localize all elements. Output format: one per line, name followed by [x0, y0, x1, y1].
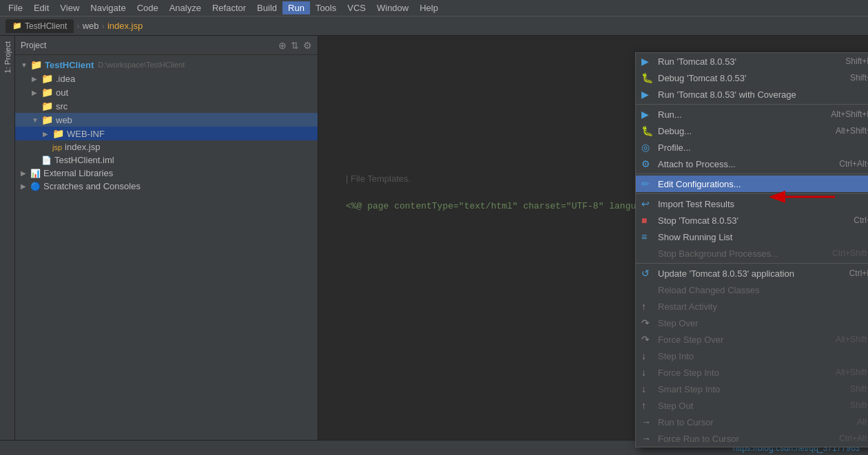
menu-run-tomcat-shortcut: Shift+F10	[845, 56, 868, 66]
menu-step-into: ↓ Step Into F7	[636, 348, 868, 364]
tree-item-web[interactable]: ▼ 📁 web	[15, 113, 318, 127]
tree-item-out[interactable]: ▶ 📁 out	[15, 85, 318, 99]
menu-run-coverage[interactable]: ▶ Run 'Tomcat 8.0.53' with Coverage	[636, 86, 868, 103]
tree-label-web: web	[56, 115, 72, 125]
arrow-iml: ▶	[32, 156, 41, 164]
menu-update-shortcut: Ctrl+F10	[849, 268, 868, 278]
menu-step-out-label: Step Out	[658, 401, 834, 411]
menu-run[interactable]: ▶ Run... Alt+Shift+F10	[636, 106, 868, 123]
menu-force-step-over-shortcut: Alt+Shift+F8	[836, 335, 868, 344]
tree-item-webinf[interactable]: ▶ 📁 WEB-INF	[15, 127, 318, 140]
menu-window[interactable]: Window	[371, 1, 414, 14]
tree-label-extlibs: External Libraries	[43, 168, 113, 178]
breadcrumb-sep2: ›	[102, 21, 105, 31]
menu-run[interactable]: Run	[282, 1, 310, 14]
file-icon-jsp: jsp	[52, 143, 62, 151]
menu-profile-label: Profile...	[658, 142, 865, 153]
menu-reload-label: Reload Changed Classes	[658, 285, 865, 295]
update-icon: ↺	[641, 268, 655, 279]
file-icon-iml: 📄	[41, 156, 52, 165]
menu-refactor[interactable]: Refactor	[207, 1, 251, 14]
menu-edit-configs[interactable]: ✏ Edit Configurations...	[636, 176, 868, 192]
menu-show-running[interactable]: ≡ Show Running List	[636, 229, 868, 245]
folder-icon-web: 📁	[41, 114, 53, 125]
menu-step-out: ↑ Step Out Shift+F8	[636, 397, 868, 414]
menu-stop-tomcat[interactable]: ■ Stop 'Tomcat 8.0.53' Ctrl+F2	[636, 212, 868, 229]
menu-attach[interactable]: ⚙ Attach to Process... Ctrl+Alt+F5	[636, 156, 868, 172]
menu-tools[interactable]: Tools	[310, 1, 342, 14]
sidebar-add-icon[interactable]: ⊕	[278, 40, 287, 51]
force-step-into-icon: ↓	[641, 367, 655, 378]
tab-project-label: TestHClient	[25, 21, 67, 31]
menu-force-step-over-label: Force Step Over	[658, 335, 819, 345]
menu-update-tomcat[interactable]: ↺ Update 'Tomcat 8.0.53' application Ctr…	[636, 265, 868, 282]
sidebar-toolbar: ⊕ ⇅ ⚙	[278, 40, 312, 51]
menu-restart-label: Restart Activity	[658, 301, 865, 312]
menu-force-step-into-shortcut: Alt+Shift+F7	[836, 368, 868, 377]
tree-item-src[interactable]: ▶ 📁 src	[15, 99, 318, 113]
sidebar-settings-icon[interactable]: ⚙	[303, 40, 312, 51]
tab-project[interactable]: 📁 TestHClient	[6, 19, 74, 33]
step-out-icon: ↑	[641, 400, 655, 411]
menu-attach-label: Attach to Process...	[658, 159, 823, 169]
menu-debug-label: Debug...	[658, 126, 819, 136]
tree-item-indexjsp[interactable]: ▶ jsp index.jsp	[15, 140, 318, 154]
menu-force-run-to-cursor: → Force Run to Cursor Ctrl+Alt+F9	[636, 430, 868, 447]
menu-debug-tomcat[interactable]: 🐛 Debug 'Tomcat 8.0.53' Shift+F9	[636, 70, 868, 86]
menu-smart-step-into-shortcut: Shift+F7	[850, 384, 868, 394]
menu-edit[interactable]: Edit	[28, 1, 54, 14]
breadcrumb-file[interactable]: index.jsp	[107, 21, 143, 31]
menu-step-over-label: Step Over	[658, 318, 855, 328]
tree-item-idea[interactable]: ▶ 📁 .idea	[15, 72, 318, 85]
menu-force-step-into-label: Force Step Into	[658, 368, 819, 378]
scratch-icon: 🔵	[30, 182, 41, 191]
separator-4	[636, 263, 868, 264]
menu-run-tomcat[interactable]: ▶ Run 'Tomcat 8.0.53' Shift+F10	[636, 53, 868, 70]
menu-update-label: Update 'Tomcat 8.0.53' application	[658, 268, 833, 279]
menu-build[interactable]: Build	[251, 1, 282, 14]
tree-item-iml[interactable]: ▶ 📄 TestHClient.iml	[15, 154, 318, 167]
menu-file[interactable]: File	[3, 1, 28, 14]
sidebar-header: Project ⊕ ⇅ ⚙	[15, 36, 318, 55]
tree-label-scratches: Scratches and Consoles	[43, 181, 141, 191]
arrow-out: ▶	[32, 89, 41, 96]
menu-help[interactable]: Help	[414, 1, 444, 14]
menu-run-label: Run...	[658, 109, 814, 120]
menu-step-out-shortcut: Shift+F8	[850, 401, 868, 410]
menu-view[interactable]: View	[54, 1, 85, 14]
tree-item-root[interactable]: ▼ 📁 TestHClient D:\workspace\TestHClient	[15, 58, 318, 72]
folder-icon-out: 📁	[41, 87, 53, 98]
tree-item-extlibs[interactable]: ▶ 📊 External Libraries	[15, 167, 318, 180]
main-layout: 1: Project Project ⊕ ⇅ ⚙ ▼ 📁 TestHClient…	[0, 36, 868, 455]
attach-icon: ⚙	[641, 158, 655, 169]
run-to-cursor-icon: →	[641, 416, 655, 427]
menu-navigate[interactable]: Navigate	[85, 1, 131, 14]
vertical-tab-project[interactable]: 1: Project	[0, 36, 15, 455]
separator-2	[636, 173, 868, 174]
menu-analyze[interactable]: Analyze	[164, 1, 207, 14]
folder-icon-idea: 📁	[41, 73, 53, 84]
menu-vcs[interactable]: VCS	[342, 1, 371, 14]
menu-edit-configs-label: Edit Configurations...	[658, 179, 865, 189]
step-into-icon: ↓	[641, 350, 655, 361]
debug-icon: 🐛	[641, 72, 655, 83]
arrow-src: ▶	[32, 103, 41, 110]
menu-import-test[interactable]: ↩ Import Test Results ▶	[636, 195, 868, 212]
menu-debug-shortcut: Alt+Shift+F9	[836, 126, 868, 136]
menu-run-coverage-label: Run 'Tomcat 8.0.53' with Coverage	[658, 89, 865, 100]
breadcrumb-web[interactable]: web	[83, 21, 99, 31]
step-over-icon: ↷	[641, 317, 655, 328]
arrow-indexjsp: ▶	[43, 143, 52, 151]
tree-item-scratches[interactable]: ▶ 🔵 Scratches and Consoles	[15, 180, 318, 193]
tabbar: 📁 TestHClient › web › index.jsp	[0, 17, 868, 36]
sidebar-sync-icon[interactable]: ⇅	[291, 40, 299, 51]
arrow-root: ▼	[21, 61, 30, 69]
tree-path-root: D:\workspace\TestHClient	[98, 61, 185, 69]
menu-restart-activity: ↑ Restart Activity	[636, 298, 868, 315]
menu-debug[interactable]: 🐛 Debug... Alt+Shift+F9	[636, 123, 868, 139]
menu-run-to-cursor-shortcut: Alt+F9	[857, 417, 868, 427]
menu-profile[interactable]: ◎ Profile...	[636, 139, 868, 156]
stop-icon: ■	[641, 215, 655, 226]
menu-reload-classes: Reload Changed Classes	[636, 282, 868, 298]
menu-code[interactable]: Code	[132, 1, 164, 14]
